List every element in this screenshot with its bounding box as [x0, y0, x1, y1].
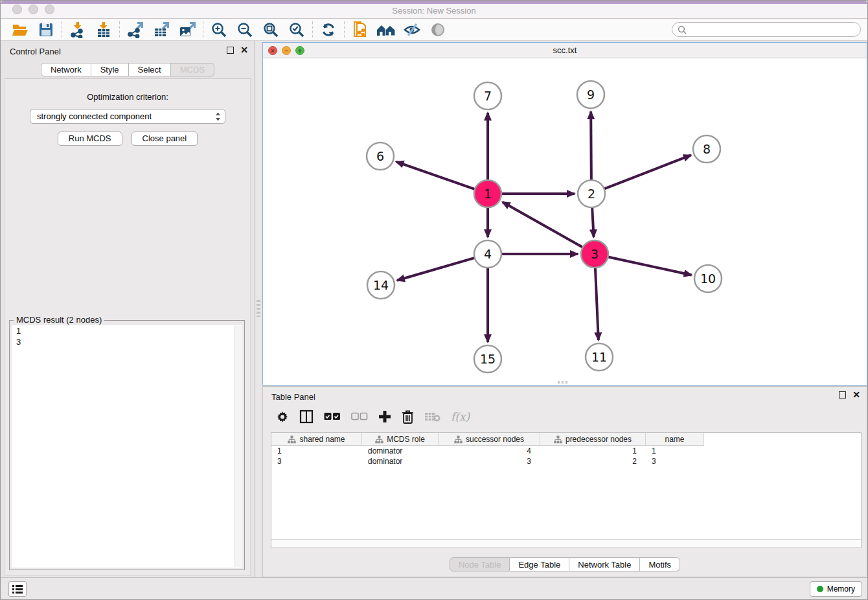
network-window-title: scc.txt [263, 45, 867, 55]
table-row[interactable]: 1dominator411 [271, 446, 861, 456]
network-window-titlebar[interactable]: × – + scc.txt [263, 43, 867, 58]
show-column-button[interactable] [299, 410, 314, 424]
svg-text:15: 15 [480, 352, 496, 366]
table-cell[interactable]: 4 [439, 446, 540, 456]
column-header-successor-nodes[interactable]: successor nodes [439, 433, 540, 446]
table-cell[interactable]: 3 [439, 456, 540, 467]
tab-select[interactable]: Select [129, 63, 171, 76]
column-header-predecessor-nodes[interactable]: predecessor nodes [540, 433, 646, 446]
export-network-button[interactable] [122, 20, 148, 40]
table-settings-button[interactable] [276, 410, 289, 423]
graph-node-7[interactable]: 7 [474, 82, 501, 110]
optimization-criterion-select[interactable]: strongly connected component [30, 109, 225, 124]
show-graphics-details-button[interactable] [425, 20, 451, 40]
refresh-button[interactable] [315, 20, 341, 40]
table-cell[interactable]: 1 [271, 446, 362, 456]
unselect-all-columns-button[interactable] [351, 412, 368, 421]
tab-style[interactable]: Style [91, 63, 129, 76]
function-builder-button: f(x) [451, 410, 470, 423]
close-table-panel-icon[interactable]: ✕ [852, 391, 860, 398]
table-cell[interactable]: 3 [646, 456, 704, 467]
mcds-result-text[interactable]: 13 [12, 325, 242, 568]
table-row[interactable]: 3dominator323 [271, 456, 861, 467]
home-button[interactable] [373, 20, 399, 40]
graph-node-6[interactable]: 6 [367, 143, 394, 170]
memory-button[interactable]: Memory [810, 581, 862, 597]
search-input[interactable] [690, 25, 855, 34]
task-history-button[interactable] [8, 581, 27, 597]
zoom-out-icon [236, 21, 253, 38]
export-image-button[interactable] [174, 20, 200, 40]
graph-edge-2-8[interactable] [604, 155, 691, 189]
save-session-button[interactable] [33, 20, 59, 40]
result-scrollbar[interactable] [234, 326, 242, 567]
canvas-splitter-grip[interactable] [558, 381, 569, 384]
column-header-MCDS-role[interactable]: MCDS role [362, 433, 439, 446]
table-cell[interactable]: 1 [646, 446, 704, 456]
column-header-name[interactable]: name [646, 433, 704, 446]
graph-node-15[interactable]: 15 [474, 345, 501, 373]
table-cell[interactable]: dominator [362, 456, 439, 467]
graph-node-8[interactable]: 8 [693, 135, 720, 163]
control-panel-header: Control Panel ✕ [1, 41, 255, 60]
tab-edge-table[interactable]: Edge Table [510, 557, 569, 571]
close-panel-button[interactable]: Close panel [131, 132, 198, 146]
zoom-out-button[interactable] [232, 20, 258, 40]
network-canvas[interactable]: 7968124314101511 [263, 58, 867, 384]
column-header-shared-name[interactable]: shared name [271, 433, 362, 446]
column-header-label: predecessor nodes [565, 435, 632, 444]
node-table[interactable]: shared nameMCDS rolesuccessor nodesprede… [271, 432, 862, 548]
zoom-in-button[interactable] [206, 20, 232, 40]
graph-edge-3-11[interactable] [595, 267, 599, 340]
panel-splitter[interactable] [257, 300, 260, 317]
tab-network-table[interactable]: Network Table [569, 557, 640, 571]
table-horizontal-scrollbar[interactable] [271, 539, 861, 548]
dropdown-value: strongly connected component [37, 111, 215, 121]
network-graph[interactable]: 7968124314101511 [263, 58, 867, 384]
hierarchy-icon [288, 435, 296, 444]
control-panel: Control Panel ✕ NetworkStyleSelectMCDS O… [1, 41, 255, 579]
tab-network[interactable]: Network [41, 63, 91, 76]
graph-edge-3-10[interactable] [608, 257, 692, 275]
export-table-button[interactable] [148, 20, 174, 40]
table-cell[interactable]: 3 [271, 456, 362, 467]
graph-edge-2-3[interactable] [592, 207, 594, 237]
zoom-fit-button[interactable] [258, 20, 284, 40]
float-table-panel-icon[interactable] [839, 391, 846, 398]
import-network-button[interactable] [65, 20, 91, 40]
toolbar-separator [203, 21, 203, 38]
open-file-button[interactable] [7, 20, 33, 40]
clone-network-button[interactable] [347, 20, 373, 40]
run-mcds-button[interactable]: Run MCDS [58, 132, 122, 146]
graph-node-9[interactable]: 9 [577, 81, 604, 108]
graph-edge-4-14[interactable] [397, 258, 475, 281]
float-panel-icon[interactable] [227, 47, 234, 54]
select-all-columns-button[interactable] [324, 412, 341, 421]
graph-node-14[interactable]: 14 [367, 271, 394, 299]
graph-edge-1-6[interactable] [396, 162, 476, 190]
tab-motifs[interactable]: Motifs [640, 557, 680, 571]
tab-node-table[interactable]: Node Table [450, 557, 510, 571]
close-panel-icon[interactable]: ✕ [240, 47, 248, 54]
create-column-button[interactable] [378, 410, 391, 423]
zoom-selected-button[interactable] [284, 20, 310, 40]
search-box[interactable] [672, 22, 861, 37]
delete-columns-button[interactable] [402, 410, 414, 424]
graph-node-4[interactable]: 4 [474, 240, 501, 268]
table-cell[interactable]: dominator [362, 446, 439, 456]
graph-node-10[interactable]: 10 [694, 265, 722, 292]
graph-node-11[interactable]: 11 [586, 343, 613, 371]
graph-node-2[interactable]: 2 [578, 180, 605, 207]
graph-edge-2-9[interactable] [591, 111, 591, 181]
graph-node-3[interactable]: 3 [581, 240, 608, 268]
svg-text:14: 14 [373, 278, 389, 292]
toolbar-separator [312, 21, 313, 38]
table-cell[interactable]: 1 [540, 446, 646, 456]
graph-edge-3-1[interactable] [503, 202, 584, 248]
table-cell[interactable]: 2 [540, 456, 646, 467]
hide-graphics-details-button[interactable] [399, 20, 425, 40]
graph-node-1[interactable]: 1 [474, 180, 501, 207]
import-table-button[interactable] [91, 20, 117, 40]
tab-mcds[interactable]: MCDS [171, 63, 214, 76]
plus-icon [378, 410, 391, 423]
